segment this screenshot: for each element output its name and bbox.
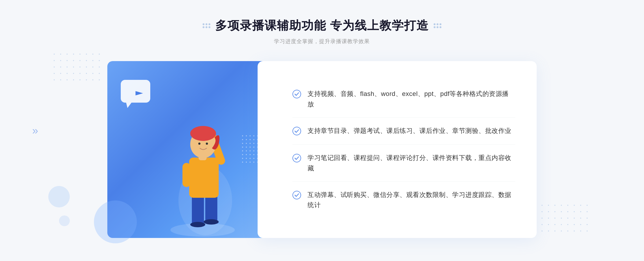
svg-rect-9 bbox=[189, 158, 219, 198]
feature-text: 支持视频、音频、flash、word、excel、ppt、pdf等各种格式的资源… bbox=[308, 89, 515, 109]
bg-dots-top-left bbox=[54, 54, 103, 83]
svg-point-16 bbox=[206, 143, 208, 145]
page-left-circle-deco bbox=[48, 186, 70, 207]
left-arrow-deco: » bbox=[32, 125, 38, 137]
svg-point-8 bbox=[204, 219, 219, 225]
svg-marker-1 bbox=[126, 103, 131, 108]
svg-rect-6 bbox=[205, 195, 217, 222]
main-title: 多项录播课辅助功能 专为线上教学打造 bbox=[215, 18, 429, 33]
six-dots-right-deco bbox=[434, 23, 441, 28]
subtitle: 学习进度全掌握，提升录播课教学效果 bbox=[203, 38, 441, 45]
svg-point-7 bbox=[190, 222, 205, 227]
content-area: 支持视频、音频、flash、word、excel、ppt、pdf等各种格式的资源… bbox=[107, 61, 537, 238]
feature-text: 学习笔记回看、课程提问、课程评论打分、课件资料下载，重点内容收藏 bbox=[308, 153, 515, 173]
feature-item: 支持视频、音频、flash、word、excel、ppt、pdf等各种格式的资源… bbox=[292, 81, 515, 118]
feature-item: 互动弹幕、试听购买、微信分享、观看次数限制、学习进度跟踪、数据统计 bbox=[292, 182, 515, 218]
header-section: 多项录播课辅助功能 专为线上教学打造 学习进度全掌握，提升录播课教学效果 bbox=[203, 18, 441, 45]
svg-point-20 bbox=[293, 191, 301, 199]
feature-text: 支持章节目录、弹题考试、课后练习、课后作业、章节测验、批改作业 bbox=[308, 126, 511, 136]
svg-point-17 bbox=[293, 90, 301, 98]
check-icon bbox=[292, 191, 301, 200]
play-bubble bbox=[121, 80, 156, 109]
svg-point-14 bbox=[190, 126, 216, 141]
svg-rect-11 bbox=[182, 163, 191, 187]
page-left-circle-deco2 bbox=[59, 215, 70, 226]
feature-text: 互动弹幕、试听购买、微信分享、观看次数限制、学习进度跟踪、数据统计 bbox=[308, 190, 515, 210]
svg-rect-5 bbox=[192, 195, 204, 225]
deco-circle-bottom bbox=[94, 200, 137, 243]
check-icon bbox=[292, 127, 301, 136]
title-row: 多项录播课辅助功能 专为线上教学打造 bbox=[203, 18, 441, 33]
illustration-card bbox=[107, 61, 274, 238]
features-card: 支持视频、音频、flash、word、excel、ppt、pdf等各种格式的资源… bbox=[258, 61, 537, 238]
bg-dots-bottom-right bbox=[541, 205, 590, 234]
svg-point-15 bbox=[198, 143, 200, 145]
check-icon bbox=[292, 90, 301, 99]
page-wrapper: » 多项录播课辅助功能 专为线上教学打造 学习进度全掌握，提升录播课教学效果 bbox=[0, 0, 644, 261]
svg-point-19 bbox=[293, 154, 301, 162]
features-list: 支持视频、音频、flash、word、excel、ppt、pdf等各种格式的资源… bbox=[292, 81, 515, 218]
check-icon bbox=[292, 154, 301, 163]
feature-item: 支持章节目录、弹题考试、课后练习、课后作业、章节测验、批改作业 bbox=[292, 118, 515, 145]
character-illustration bbox=[162, 99, 243, 238]
feature-item: 学习笔记回看、课程提问、课程评论打分、课件资料下载，重点内容收藏 bbox=[292, 145, 515, 182]
svg-point-18 bbox=[293, 127, 301, 135]
six-dots-left-deco bbox=[203, 23, 210, 28]
